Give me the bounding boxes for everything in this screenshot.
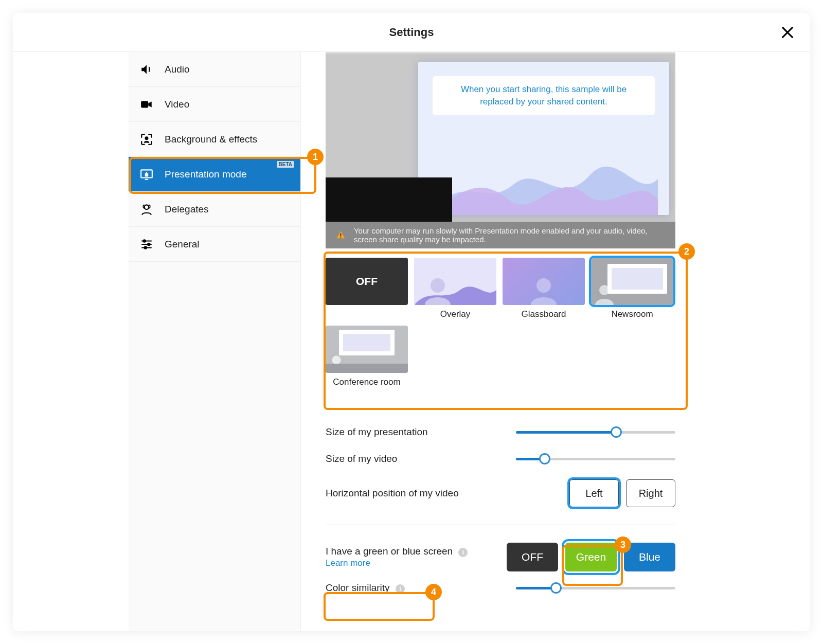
beta-badge: BETA — [277, 161, 294, 168]
slider-presentation-size[interactable] — [516, 427, 675, 437]
warning-text: Your computer may run slowly with Presen… — [354, 226, 665, 244]
sidebar-item-label: Background & effects — [165, 134, 257, 145]
row-video-size: Size of my video — [326, 445, 675, 472]
presentation-icon — [140, 168, 153, 181]
svg-rect-0 — [141, 101, 148, 108]
preview-message: When you start sharing, this sample will… — [433, 76, 655, 115]
svg-point-11 — [536, 278, 551, 293]
mode-option-overlay[interactable]: Overlay — [414, 258, 496, 319]
divider — [326, 408, 675, 408]
presentation-preview: When you start sharing, this sample will… — [326, 52, 675, 248]
sidebar-item-general[interactable]: General — [129, 227, 300, 262]
slider-video-size[interactable] — [516, 454, 675, 464]
settings-window: Settings Audio Video B — [13, 13, 810, 631]
label-presentation-size: Size of my presentation — [326, 426, 516, 438]
sidebar-item-label: Presentation mode — [165, 169, 247, 180]
mode-thumb-newsroom — [591, 258, 673, 305]
label-chroma: I have a green or blue screen — [326, 546, 453, 557]
svg-point-1 — [146, 137, 148, 139]
slider-color-similarity[interactable] — [516, 583, 675, 593]
hpos-left-button[interactable]: Left — [569, 479, 619, 507]
silhouette-icon — [422, 274, 453, 305]
mode-label: Overlay — [414, 305, 496, 319]
sidebar-item-label: Audio — [165, 64, 190, 75]
sidebar-item-audio[interactable]: Audio — [129, 52, 300, 87]
info-icon[interactable]: i — [396, 584, 405, 594]
camera-icon — [140, 98, 153, 111]
mode-thumb-conference — [326, 326, 408, 373]
learn-more-link[interactable]: Learn more — [326, 558, 370, 568]
speaker-icon — [140, 63, 153, 76]
silhouette-icon — [528, 274, 559, 305]
close-icon — [780, 25, 795, 40]
main-panel: When you start sharing, this sample will… — [301, 52, 810, 631]
mode-option-glassboard[interactable]: Glassboard — [503, 258, 585, 319]
hpos-right-button[interactable]: Right — [626, 479, 675, 507]
sidebar-item-presentation-mode[interactable]: Presentation mode BETA — [129, 157, 300, 192]
sidebar-item-delegates[interactable]: Delegates — [129, 192, 300, 227]
row-color-similarity: Color similarity i — [326, 575, 675, 601]
svg-point-13 — [332, 356, 341, 365]
svg-point-7 — [145, 246, 147, 248]
chroma-blue-button[interactable]: Blue — [624, 543, 675, 571]
mode-label: Conference room — [326, 373, 408, 387]
row-presentation-size: Size of my presentation — [326, 419, 675, 445]
label-horizontal-position: Horizontal position of my video — [326, 488, 569, 499]
sidebar-item-label: Delegates — [165, 204, 209, 215]
mode-thumb-glassboard — [503, 258, 585, 305]
sidebar-item-label: General — [165, 239, 200, 250]
chroma-off-button[interactable]: OFF — [507, 543, 558, 571]
annotation-marker-1: 1 — [307, 149, 324, 165]
mode-option-off[interactable]: OFF — [326, 258, 408, 319]
mode-grid: OFF Overlay Glassboard — [326, 248, 675, 398]
mode-label: Glassboard — [503, 305, 585, 319]
svg-rect-8 — [341, 234, 342, 236]
mode-option-conference-room[interactable]: Conference room — [326, 326, 408, 387]
sidebar-item-background[interactable]: Background & effects — [129, 122, 300, 157]
close-button[interactable] — [780, 25, 795, 40]
annotation-marker-2: 2 — [678, 243, 695, 260]
sidebar: Audio Video Background & effects Present… — [129, 52, 301, 631]
label-video-size: Size of my video — [326, 453, 516, 464]
svg-point-4 — [145, 205, 149, 209]
background-icon — [140, 133, 153, 146]
chroma-green-button[interactable]: Green — [565, 543, 617, 571]
webcam-preview — [326, 177, 452, 222]
sidebar-item-label: Video — [165, 99, 189, 110]
annotation-marker-3: 3 — [615, 536, 631, 553]
divider — [326, 525, 675, 525]
sliders-icon — [140, 238, 153, 251]
svg-point-5 — [144, 240, 146, 242]
mode-label: Newsroom — [591, 305, 673, 319]
mode-thumb-overlay — [414, 258, 496, 305]
sidebar-item-video[interactable]: Video — [129, 87, 300, 122]
silhouette-icon — [594, 282, 615, 305]
svg-rect-9 — [341, 237, 342, 238]
annotation-marker-4: 4 — [425, 584, 442, 600]
mode-option-newsroom[interactable]: Newsroom — [591, 258, 673, 319]
preview-slide: When you start sharing, this sample will… — [418, 62, 669, 215]
row-horizontal-position: Horizontal position of my video Left Rig… — [326, 472, 675, 514]
mode-thumb-off: OFF — [326, 258, 408, 305]
wave-chart-icon — [432, 138, 658, 215]
svg-point-12 — [599, 285, 610, 295]
svg-point-10 — [431, 278, 445, 293]
label-color-similarity: Color similarity — [326, 582, 390, 593]
svg-point-6 — [148, 243, 150, 245]
titlebar: Settings — [13, 13, 810, 52]
warning-icon — [336, 228, 346, 242]
delegates-icon — [140, 203, 153, 216]
window-title: Settings — [389, 26, 434, 39]
svg-rect-3 — [146, 173, 148, 175]
performance-warning: Your computer may run slowly with Presen… — [326, 222, 675, 248]
info-icon[interactable]: i — [458, 548, 468, 557]
